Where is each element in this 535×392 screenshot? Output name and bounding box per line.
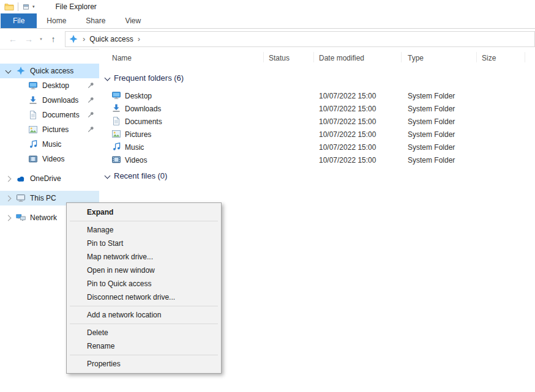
forward-icon[interactable]: →: [21, 32, 37, 46]
desktop-icon: [111, 91, 121, 100]
row-name: Downloads: [125, 105, 161, 113]
group-label: Frequent folders (6): [114, 73, 184, 83]
row-type: System Folder: [408, 117, 455, 126]
downloads-icon: [28, 95, 38, 105]
chevron-down-icon[interactable]: [6, 68, 12, 74]
chevron-right-icon[interactable]: [6, 176, 12, 182]
qat-dropdown-icon[interactable]: ▾: [32, 4, 35, 9]
column-separator[interactable]: [313, 52, 314, 62]
column-separator[interactable]: [525, 52, 525, 62]
sidebar-item-quick-access[interactable]: Quick access: [0, 64, 99, 78]
context-menu-item-add-network-location[interactable]: Add a network location: [67, 308, 221, 322]
column-separator[interactable]: [263, 52, 264, 62]
breadcrumb-chevron[interactable]: ›: [138, 32, 140, 46]
sidebar-item-onedrive[interactable]: OneDrive: [0, 171, 99, 186]
titlebar-divider: [18, 2, 18, 11]
row-date-modified: 10/07/2022 15:00: [319, 92, 376, 100]
sidebar-item-videos[interactable]: Videos: [0, 152, 99, 166]
row-type: System Folder: [408, 143, 455, 152]
row-name: Pictures: [125, 130, 151, 139]
menu-separator: [70, 221, 218, 221]
column-header-date-modified[interactable]: Date modified: [319, 54, 364, 62]
explorer-folder-icon: [4, 2, 14, 12]
onedrive-icon: [16, 174, 26, 183]
row-date-modified: 10/07/2022 15:00: [319, 143, 376, 152]
tab-share[interactable]: Share: [76, 13, 115, 28]
row-name: Videos: [125, 156, 147, 165]
pin-icon: [87, 125, 95, 133]
recent-locations-chevron-icon[interactable]: ▾: [37, 37, 45, 42]
context-menu-item-open-in-new-window[interactable]: Open in new window: [67, 264, 221, 277]
context-menu-item-properties[interactable]: Properties: [67, 357, 221, 371]
column-header-status[interactable]: Status: [269, 54, 290, 62]
breadcrumb-segment[interactable]: Quick access: [89, 35, 133, 43]
table-row[interactable]: Music 10/07/2022 15:00 System Folder: [99, 141, 535, 153]
music-icon: [111, 142, 121, 152]
group-label: Recent files (0): [114, 171, 167, 180]
group-header-recent-files[interactable]: Recent files (0): [99, 171, 535, 182]
context-menu-item-delete[interactable]: Delete: [67, 326, 221, 339]
tab-view[interactable]: View: [115, 13, 151, 28]
downloads-icon: [111, 103, 121, 113]
column-separator[interactable]: [476, 52, 477, 62]
sidebar-item-label: Desktop: [42, 81, 69, 90]
quick-access-toolbar-icon[interactable]: [22, 3, 30, 11]
column-separator[interactable]: [401, 52, 402, 62]
sidebar-item-label: Network: [30, 213, 57, 222]
chevron-down-icon[interactable]: [105, 173, 111, 179]
context-menu-item-map-network-drive[interactable]: Map network drive...: [67, 250, 221, 264]
row-type: System Folder: [408, 156, 455, 165]
column-header-name[interactable]: Name: [112, 54, 132, 62]
sidebar-item-pictures[interactable]: Pictures: [0, 122, 99, 137]
chevron-right-icon[interactable]: [6, 215, 12, 221]
table-row[interactable]: Downloads 10/07/2022 15:00 System Folder: [99, 102, 535, 115]
sidebar-item-label: Quick access: [30, 67, 73, 75]
network-icon: [16, 213, 26, 223]
up-icon[interactable]: ↑: [45, 32, 61, 46]
pictures-icon: [111, 129, 121, 139]
back-icon[interactable]: ←: [5, 32, 21, 46]
row-name: Desktop: [125, 92, 152, 100]
menu-separator: [70, 306, 218, 306]
row-date-modified: 10/07/2022 15:00: [319, 130, 376, 139]
chevron-down-icon[interactable]: [105, 75, 111, 81]
table-row[interactable]: Desktop 10/07/2022 15:00 System Folder: [99, 89, 535, 102]
table-row[interactable]: Documents 10/07/2022 15:00 System Folder: [99, 115, 535, 128]
row-type: System Folder: [408, 92, 455, 100]
sidebar-item-label: This PC: [30, 194, 56, 202]
sidebar-item-label: Videos: [42, 155, 64, 163]
group-header-frequent-folders[interactable]: Frequent folders (6): [99, 73, 535, 84]
pin-icon: [87, 111, 95, 119]
sidebar-item-desktop[interactable]: Desktop: [0, 78, 99, 93]
row-type: System Folder: [408, 130, 455, 139]
music-icon: [28, 139, 38, 149]
title-bar: ▾ File Explorer: [0, 0, 535, 13]
context-menu-item-rename[interactable]: Rename: [67, 339, 221, 353]
file-list: Desktop 10/07/2022 15:00 System Folder D…: [99, 89, 535, 166]
table-row[interactable]: Pictures 10/07/2022 15:00 System Folder: [99, 128, 535, 141]
context-menu-item-pin-to-start[interactable]: Pin to Start: [67, 237, 221, 250]
sidebar-item-label: Downloads: [42, 96, 78, 105]
table-row[interactable]: Videos 10/07/2022 15:00 System Folder: [99, 153, 535, 166]
context-menu-item-disconnect-network-drive[interactable]: Disconnect network drive...: [67, 290, 221, 304]
window-title: File Explorer: [56, 2, 97, 11]
desktop-icon: [28, 81, 38, 91]
quick-access-icon: [16, 66, 26, 76]
column-header-size[interactable]: Size: [482, 54, 496, 62]
context-menu-item-manage[interactable]: Manage: [67, 223, 221, 237]
row-name: Documents: [125, 117, 162, 126]
quick-access-icon: [69, 34, 78, 44]
videos-icon: [28, 154, 38, 164]
sidebar-item-documents[interactable]: Documents: [0, 108, 99, 122]
sidebar-item-music[interactable]: Music: [0, 137, 99, 152]
documents-icon: [28, 110, 38, 120]
tab-home[interactable]: Home: [37, 13, 76, 28]
tab-file[interactable]: File: [1, 13, 37, 28]
context-menu-item-pin-to-quick-access[interactable]: Pin to Quick access: [67, 277, 221, 290]
sidebar-item-downloads[interactable]: Downloads: [0, 93, 99, 108]
chevron-right-icon[interactable]: [6, 196, 12, 202]
address-bar[interactable]: › Quick access ›: [65, 31, 535, 47]
context-menu-item-expand[interactable]: Expand: [67, 205, 221, 219]
breadcrumb-chevron[interactable]: ›: [83, 32, 85, 46]
column-header-type[interactable]: Type: [408, 54, 424, 62]
